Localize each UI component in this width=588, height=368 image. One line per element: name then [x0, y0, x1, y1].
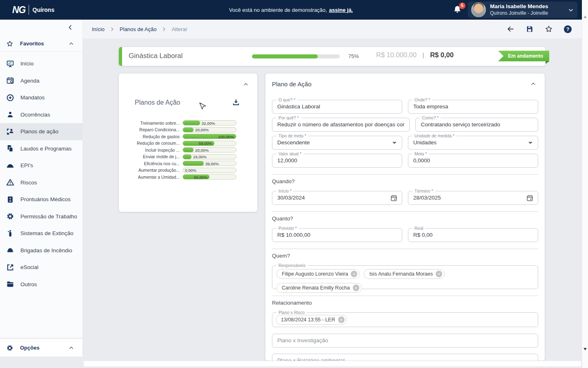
- favorites-header[interactable]: Favoritos: [0, 36, 82, 52]
- horizontal-scroll-strip[interactable]: [84, 361, 581, 366]
- plus-circle-icon: [6, 94, 14, 102]
- favorite-star-button[interactable]: [545, 25, 553, 33]
- sidebar-item-work-permit-gear[interactable]: Permissão de Trabalho: [0, 208, 82, 225]
- sidebar-item-person[interactable]: Ocorrências: [0, 106, 82, 123]
- sidebar-item-documents[interactable]: Laudos e Programas: [0, 140, 82, 157]
- chart-row-label: Eficiência nos cu...: [125, 161, 183, 166]
- chip-remove-icon[interactable]: ×: [353, 285, 359, 291]
- form-collapse-chevron-up-icon[interactable]: [530, 81, 537, 88]
- plano-x-investigacao-field[interactable]: Plano x Investigação: [272, 334, 538, 348]
- sidebar-item-extinguisher[interactable]: Sistemas de Extinção: [0, 225, 82, 242]
- calendar-icon[interactable]: [390, 194, 398, 202]
- unidade-medida-select[interactable]: Unidade de medida * Unidades: [408, 136, 538, 150]
- chip[interactable]: Isis Analu Fernanda Moraes×: [364, 269, 445, 279]
- scroll-down-arrow-icon[interactable]: [584, 348, 587, 350]
- sidebar-item-warning[interactable]: Riscos: [0, 174, 82, 191]
- demo-environment-banner: Você está no ambiente de demonstração, a…: [229, 0, 353, 20]
- onde-field[interactable]: Onde? * Toda empresa: [408, 100, 538, 114]
- sidebar-item-label: EPI's: [20, 162, 33, 168]
- user-info: Maria Isabelle Mendes Quírons Joinville …: [490, 3, 548, 17]
- valor-atual-field[interactable]: Valor atual * 12,0000: [272, 154, 402, 168]
- como-field[interactable]: Como? * Contratando serviço terceirizado: [415, 118, 538, 132]
- tipo-meta-select[interactable]: Tipo de meta * Descendente: [272, 136, 402, 150]
- chip-remove-icon[interactable]: ×: [436, 271, 442, 277]
- calendar-icon[interactable]: [526, 194, 534, 202]
- termino-date-field[interactable]: Término * 28/03/2025: [408, 191, 538, 205]
- back-button[interactable]: [506, 25, 514, 33]
- inicio-date-field[interactable]: Início * 30/03/2024: [272, 191, 402, 205]
- sidebar-item-helmet[interactable]: EPI's: [0, 157, 82, 174]
- breadcrumb-inicio[interactable]: Início: [92, 26, 105, 32]
- extinguisher-icon: [6, 229, 14, 238]
- sidebar-item-action-plan[interactable]: Planos de ação: [0, 123, 82, 140]
- sidebar-item-calendar[interactable]: Agenda: [0, 72, 82, 90]
- chart-row-label: Redução de consum...: [125, 141, 183, 146]
- options-chevron-up-icon[interactable]: [68, 345, 74, 351]
- meta-field[interactable]: Meta * 0,0000: [408, 154, 538, 168]
- chart-row: Eficiência nos cu...39,00%: [125, 161, 236, 166]
- chip-remove-icon[interactable]: ×: [338, 316, 345, 323]
- sidebar-item-plus-circle[interactable]: Mandatos: [0, 89, 82, 106]
- sidebar-item-fire-helmet[interactable]: Brigadas de Incêndio: [0, 242, 82, 259]
- chart-bar-track: 59,00%: [183, 141, 236, 146]
- fire-helmet-icon: [6, 246, 14, 254]
- por-que-field[interactable]: Por quê? * Reduzir o número de afastamen…: [272, 118, 410, 132]
- sidebar-item-folder[interactable]: Outros: [0, 276, 82, 293]
- form-body: O que? * Ginástica Laboral Onde? * Toda …: [265, 100, 545, 361]
- plano-x-risco-chips: 13/08/2024 13:55 - LER×: [272, 313, 538, 327]
- topbar: NG Quírons Você está no ambiente de demo…: [0, 0, 582, 20]
- chart-bar-track: 32,00%: [183, 120, 236, 126]
- sidebar-item-medical-record[interactable]: Prontuários Médicos: [0, 191, 82, 208]
- sidebar-item-label: Mandatos: [20, 94, 45, 101]
- sidebar-item-esocial[interactable]: eSocial: [0, 259, 82, 276]
- helmet-icon: [6, 162, 14, 170]
- chip[interactable]: 13/08/2024 13:55 - LER×: [276, 315, 347, 325]
- unidade-medida-label: Unidade de medida *: [412, 133, 457, 138]
- notifications-button[interactable]: 5: [452, 4, 465, 16]
- real-field[interactable]: Real R$ 0,00: [408, 228, 538, 242]
- avatar[interactable]: [471, 2, 486, 17]
- sidebar-item-monitor-chart[interactable]: Início: [0, 55, 82, 72]
- chart-collapse-chevron-up-icon[interactable]: [243, 81, 249, 88]
- breadcrumb-alterar: Alterar: [172, 26, 187, 32]
- breadcrumb-planos-de-acao[interactable]: Planos de Ação: [120, 26, 156, 32]
- chart-row: Treinamento sobre...32,00%: [125, 120, 236, 126]
- subscribe-link[interactable]: assine já.: [329, 7, 353, 13]
- chip-label: Filipe Augusto Lorenzo Vieira: [282, 271, 348, 277]
- sidebar-item-label: Brigadas de Incêndio: [20, 247, 72, 254]
- options-label: Opções: [20, 345, 40, 351]
- inicio-label: Início *: [276, 188, 294, 193]
- responsaveis-field[interactable]: Responsáveis Filipe Augusto Lorenzo Viei…: [272, 265, 538, 289]
- previsto-field[interactable]: Previsto * R$ 10.000,00: [272, 228, 402, 242]
- chip-label: Caroline Renata Emilly Rocha: [282, 285, 350, 291]
- page-toolbar: ?: [506, 20, 572, 38]
- chart-bar-fill: [183, 121, 200, 125]
- scroll-up-arrow-icon[interactable]: [584, 16, 587, 18]
- chip[interactable]: Caroline Renata Emilly Rocha×: [276, 283, 362, 293]
- chip[interactable]: Filipe Augusto Lorenzo Vieira×: [276, 269, 360, 279]
- vertical-scrollbar[interactable]: [582, 0, 588, 368]
- status-accent-bar: [119, 47, 122, 66]
- status-badge-fold: [546, 61, 549, 64]
- help-button[interactable]: ?: [564, 25, 572, 33]
- o-que-field[interactable]: O que? * Ginástica Laboral: [272, 100, 402, 114]
- chip-label: Isis Analu Fernanda Moraes: [369, 271, 433, 277]
- user-menu-chevron-down-icon[interactable]: [568, 7, 574, 15]
- chart-row-label: Aumentar a Umidad...: [125, 175, 183, 180]
- download-icon[interactable]: [232, 98, 240, 106]
- chip-remove-icon[interactable]: ×: [351, 271, 357, 277]
- plano-x-risco-field[interactable]: Plano x Risco 13/08/2024 13:55 - LER×: [272, 312, 538, 327]
- valor-atual-label: Valor atual *: [276, 151, 303, 156]
- logo-ng-mark: NG: [12, 4, 26, 16]
- action-plan-form-card: Plano de Ação O que? * Ginástica Laboral…: [265, 74, 545, 361]
- sidebar-collapse-chevron-left-icon[interactable]: [67, 24, 74, 31]
- favorites-chevron-up-icon[interactable]: [68, 40, 74, 47]
- chart-row: Reparo Condiciona...20,00%: [125, 127, 236, 132]
- por-que-label: Por quê? *: [276, 115, 301, 120]
- medical-record-icon: [6, 195, 14, 204]
- logo-product-name: Quírons: [33, 7, 55, 13]
- save-button[interactable]: [526, 25, 534, 33]
- plano-x-relatorio-ambiental-field[interactable]: Plano x Relatório ambiental: [272, 354, 538, 361]
- sidebar-item-options[interactable]: Opções: [0, 339, 82, 357]
- monitor-chart-icon: [6, 60, 14, 68]
